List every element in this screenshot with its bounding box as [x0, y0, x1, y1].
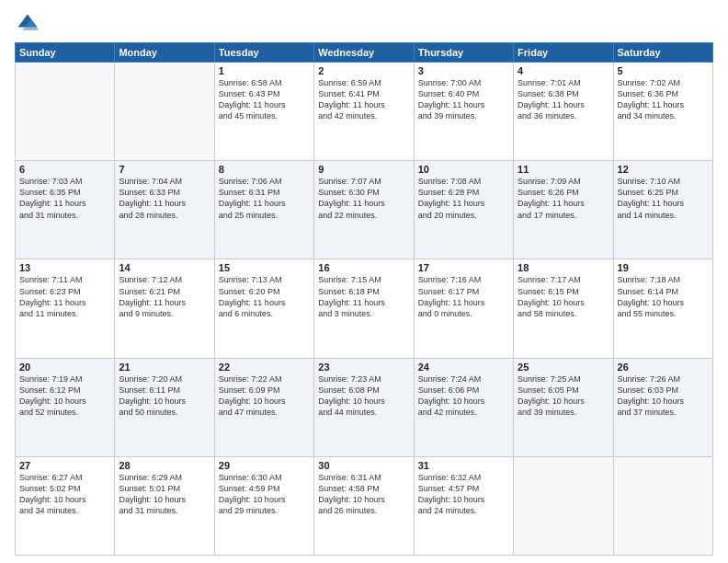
day-info: Sunrise: 7:23 AM Sunset: 6:08 PM Dayligh…	[318, 373, 409, 419]
day-number: 24	[418, 362, 509, 373]
weekday-thursday: Thursday	[414, 43, 513, 63]
logo-icon	[15, 11, 40, 37]
day-number: 2	[318, 65, 409, 76]
day-number: 4	[518, 65, 609, 76]
day-number: 13	[19, 262, 110, 273]
calendar-cell: 4Sunrise: 7:01 AM Sunset: 6:38 PM Daylig…	[514, 63, 613, 161]
calendar-cell	[16, 63, 115, 161]
day-number: 30	[318, 460, 409, 471]
calendar-cell: 22Sunrise: 7:22 AM Sunset: 6:09 PM Dayli…	[214, 358, 313, 456]
week-row-1: 1Sunrise: 6:58 AM Sunset: 6:43 PM Daylig…	[16, 63, 713, 161]
day-info: Sunrise: 7:07 AM Sunset: 6:30 PM Dayligh…	[318, 176, 409, 221]
calendar-page: SundayMondayTuesdayWednesdayThursdayFrid…	[0, 0, 728, 563]
calendar-cell	[115, 63, 214, 161]
calendar-cell: 26Sunrise: 7:26 AM Sunset: 6:03 PM Dayli…	[613, 358, 712, 456]
weekday-saturday: Saturday	[613, 43, 712, 63]
calendar-cell: 9Sunrise: 7:07 AM Sunset: 6:30 PM Daylig…	[314, 161, 414, 259]
day-info: Sunrise: 7:18 AM Sunset: 6:14 PM Dayligh…	[618, 274, 709, 319]
day-info: Sunrise: 6:29 AM Sunset: 5:01 PM Dayligh…	[119, 472, 210, 517]
day-number: 5	[618, 65, 709, 76]
day-info: Sunrise: 7:17 AM Sunset: 6:15 PM Dayligh…	[518, 274, 609, 319]
day-number: 3	[418, 65, 509, 76]
calendar-cell: 5Sunrise: 7:02 AM Sunset: 6:36 PM Daylig…	[613, 63, 712, 161]
day-info: Sunrise: 6:58 AM Sunset: 6:43 PM Dayligh…	[219, 77, 310, 122]
header	[15, 11, 713, 37]
calendar-cell: 8Sunrise: 7:06 AM Sunset: 6:31 PM Daylig…	[214, 161, 313, 259]
day-info: Sunrise: 7:20 AM Sunset: 6:11 PM Dayligh…	[119, 373, 210, 419]
calendar-cell: 10Sunrise: 7:08 AM Sunset: 6:28 PM Dayli…	[414, 161, 513, 259]
day-number: 16	[318, 262, 409, 273]
day-info: Sunrise: 7:09 AM Sunset: 6:26 PM Dayligh…	[518, 176, 609, 221]
day-number: 28	[119, 460, 210, 471]
day-number: 14	[119, 262, 210, 273]
calendar-cell: 28Sunrise: 6:29 AM Sunset: 5:01 PM Dayli…	[115, 456, 214, 555]
day-number: 7	[119, 164, 210, 175]
day-number: 9	[318, 164, 409, 175]
day-info: Sunrise: 7:15 AM Sunset: 6:18 PM Dayligh…	[318, 274, 409, 319]
day-info: Sunrise: 7:24 AM Sunset: 6:06 PM Dayligh…	[418, 373, 509, 419]
calendar-cell: 1Sunrise: 6:58 AM Sunset: 6:43 PM Daylig…	[214, 63, 313, 161]
calendar-cell: 15Sunrise: 7:13 AM Sunset: 6:20 PM Dayli…	[214, 259, 313, 358]
day-info: Sunrise: 6:32 AM Sunset: 4:57 PM Dayligh…	[418, 472, 509, 517]
day-info: Sunrise: 7:03 AM Sunset: 6:35 PM Dayligh…	[19, 176, 110, 221]
calendar-cell	[613, 456, 712, 555]
day-number: 26	[618, 362, 709, 373]
calendar-cell: 14Sunrise: 7:12 AM Sunset: 6:21 PM Dayli…	[115, 259, 214, 358]
day-number: 27	[19, 460, 110, 471]
day-info: Sunrise: 7:19 AM Sunset: 6:12 PM Dayligh…	[19, 373, 110, 419]
day-number: 15	[219, 262, 310, 273]
week-row-2: 6Sunrise: 7:03 AM Sunset: 6:35 PM Daylig…	[16, 161, 713, 259]
day-info: Sunrise: 7:25 AM Sunset: 6:05 PM Dayligh…	[518, 373, 609, 419]
weekday-monday: Monday	[115, 43, 214, 63]
calendar-cell: 19Sunrise: 7:18 AM Sunset: 6:14 PM Dayli…	[613, 259, 712, 358]
calendar-cell: 31Sunrise: 6:32 AM Sunset: 4:57 PM Dayli…	[414, 456, 513, 555]
calendar-cell: 13Sunrise: 7:11 AM Sunset: 6:23 PM Dayli…	[16, 259, 115, 358]
calendar-cell: 23Sunrise: 7:23 AM Sunset: 6:08 PM Dayli…	[314, 358, 414, 456]
week-row-5: 27Sunrise: 6:27 AM Sunset: 5:02 PM Dayli…	[16, 456, 713, 555]
day-number: 25	[518, 362, 609, 373]
calendar-cell: 16Sunrise: 7:15 AM Sunset: 6:18 PM Dayli…	[314, 259, 414, 358]
day-number: 18	[518, 262, 609, 273]
calendar-cell: 17Sunrise: 7:16 AM Sunset: 6:17 PM Dayli…	[414, 259, 513, 358]
day-number: 1	[219, 65, 310, 76]
day-info: Sunrise: 7:22 AM Sunset: 6:09 PM Dayligh…	[219, 373, 310, 419]
weekday-sunday: Sunday	[16, 43, 115, 63]
weekday-friday: Friday	[514, 43, 613, 63]
calendar-cell: 2Sunrise: 6:59 AM Sunset: 6:41 PM Daylig…	[314, 63, 414, 161]
calendar-cell: 6Sunrise: 7:03 AM Sunset: 6:35 PM Daylig…	[16, 161, 115, 259]
day-number: 31	[418, 460, 509, 471]
calendar-cell: 24Sunrise: 7:24 AM Sunset: 6:06 PM Dayli…	[414, 358, 513, 456]
day-info: Sunrise: 6:59 AM Sunset: 6:41 PM Dayligh…	[318, 77, 409, 122]
calendar-cell: 20Sunrise: 7:19 AM Sunset: 6:12 PM Dayli…	[16, 358, 115, 456]
day-number: 17	[418, 262, 509, 273]
calendar-cell: 29Sunrise: 6:30 AM Sunset: 4:59 PM Dayli…	[214, 456, 313, 555]
day-info: Sunrise: 7:01 AM Sunset: 6:38 PM Dayligh…	[518, 77, 609, 122]
day-number: 8	[219, 164, 310, 175]
day-info: Sunrise: 7:02 AM Sunset: 6:36 PM Dayligh…	[618, 77, 709, 122]
day-info: Sunrise: 7:04 AM Sunset: 6:33 PM Dayligh…	[119, 176, 210, 221]
day-number: 10	[418, 164, 509, 175]
day-number: 21	[119, 362, 210, 373]
day-info: Sunrise: 6:31 AM Sunset: 4:58 PM Dayligh…	[318, 472, 409, 517]
day-number: 12	[618, 164, 709, 175]
calendar-cell	[514, 456, 613, 555]
calendar-cell: 7Sunrise: 7:04 AM Sunset: 6:33 PM Daylig…	[115, 161, 214, 259]
day-info: Sunrise: 7:10 AM Sunset: 6:25 PM Dayligh…	[618, 176, 709, 221]
day-info: Sunrise: 7:08 AM Sunset: 6:28 PM Dayligh…	[418, 176, 509, 221]
day-info: Sunrise: 6:27 AM Sunset: 5:02 PM Dayligh…	[19, 472, 110, 517]
day-info: Sunrise: 7:16 AM Sunset: 6:17 PM Dayligh…	[418, 274, 509, 319]
week-row-3: 13Sunrise: 7:11 AM Sunset: 6:23 PM Dayli…	[16, 259, 713, 358]
day-number: 6	[19, 164, 110, 175]
calendar-cell: 3Sunrise: 7:00 AM Sunset: 6:40 PM Daylig…	[414, 63, 513, 161]
day-number: 11	[518, 164, 609, 175]
day-number: 23	[318, 362, 409, 373]
calendar-cell: 27Sunrise: 6:27 AM Sunset: 5:02 PM Dayli…	[16, 456, 115, 555]
calendar-table: SundayMondayTuesdayWednesdayThursdayFrid…	[15, 42, 713, 556]
day-info: Sunrise: 7:12 AM Sunset: 6:21 PM Dayligh…	[119, 274, 210, 319]
calendar-cell: 18Sunrise: 7:17 AM Sunset: 6:15 PM Dayli…	[514, 259, 613, 358]
calendar-cell: 30Sunrise: 6:31 AM Sunset: 4:58 PM Dayli…	[314, 456, 414, 555]
day-info: Sunrise: 7:13 AM Sunset: 6:20 PM Dayligh…	[219, 274, 310, 319]
calendar-cell: 21Sunrise: 7:20 AM Sunset: 6:11 PM Dayli…	[115, 358, 214, 456]
calendar-cell: 12Sunrise: 7:10 AM Sunset: 6:25 PM Dayli…	[613, 161, 712, 259]
day-info: Sunrise: 7:00 AM Sunset: 6:40 PM Dayligh…	[418, 77, 509, 122]
